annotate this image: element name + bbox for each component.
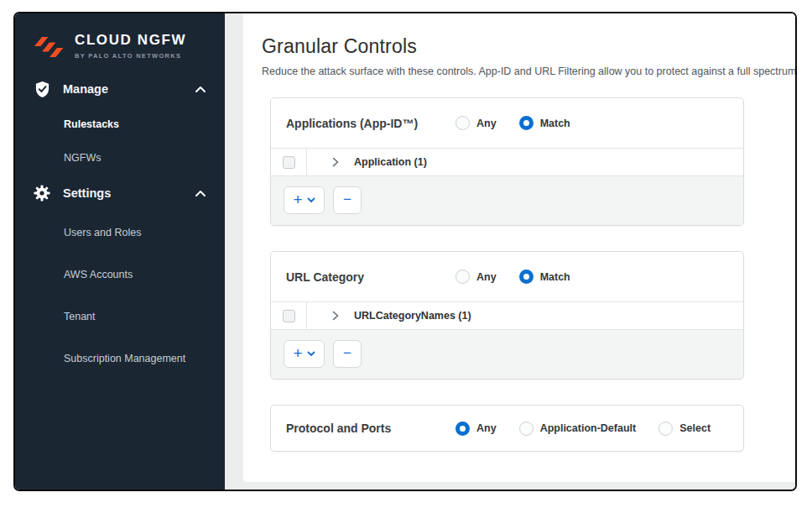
sidebar-item-aws-accounts[interactable]: AWS Accounts xyxy=(15,254,225,296)
radio-label: Match xyxy=(540,271,570,283)
radio-option-any[interactable]: Any xyxy=(455,422,497,436)
radio-label: Any xyxy=(476,118,497,129)
url-category-toolbar: + − xyxy=(271,329,743,379)
brand: CLOUD NGFW BY PALO ALTO NETWORKS xyxy=(15,13,225,60)
plus-icon: + xyxy=(293,191,302,207)
chevron-down-icon xyxy=(307,197,315,203)
radio-icon[interactable] xyxy=(658,422,673,436)
minus-icon: − xyxy=(343,346,351,360)
radio-selected-icon[interactable] xyxy=(519,270,534,284)
protocol-and-ports-panel: Protocol and Ports Any Application-Defau… xyxy=(270,405,744,452)
radio-option-match[interactable]: Match xyxy=(519,270,570,284)
gear-icon xyxy=(34,184,50,202)
url-category-options: Any Match xyxy=(455,270,570,284)
chevron-right-icon[interactable] xyxy=(332,157,339,167)
checkbox-cell xyxy=(271,149,307,175)
page-title: Granular Controls xyxy=(262,35,795,58)
protocol-options: Any Application-Default Select xyxy=(455,422,710,436)
row-checkbox[interactable] xyxy=(283,310,295,322)
radio-option-any[interactable]: Any xyxy=(455,270,497,284)
palo-alto-networks-logo-icon xyxy=(34,34,65,60)
sidebar-item-ngfws[interactable]: NGFWs xyxy=(15,141,225,175)
url-category-panel: URL Category Any Match xyxy=(270,251,744,380)
radio-icon[interactable] xyxy=(455,270,470,284)
sidebar-section-label: Manage xyxy=(63,82,108,96)
panel-title: URL Category xyxy=(286,270,450,284)
row-label: URLCategoryNames (1) xyxy=(354,310,471,322)
chevron-right-icon[interactable] xyxy=(332,311,339,321)
table-row: URLCategoryNames (1) xyxy=(271,301,743,329)
granular-controls-page: Granular Controls Reduce the attack surf… xyxy=(243,13,795,482)
add-button[interactable]: + xyxy=(284,340,325,368)
radio-selected-icon[interactable] xyxy=(455,422,470,436)
add-button[interactable]: + xyxy=(284,186,325,214)
chevron-down-icon xyxy=(307,351,315,357)
brand-title: CLOUD NGFW xyxy=(75,32,186,49)
radio-icon[interactable] xyxy=(519,422,534,436)
sidebar-item-tenant[interactable]: Tenant xyxy=(15,296,225,338)
applications-toolbar: + − xyxy=(271,175,743,225)
chevron-up-icon xyxy=(195,190,206,197)
radio-icon[interactable] xyxy=(455,116,470,130)
brand-subtitle: BY PALO ALTO NETWORKS xyxy=(75,52,186,60)
sidebar-section-settings[interactable]: Settings xyxy=(15,175,225,212)
checkbox-cell xyxy=(271,302,307,329)
radio-option-match[interactable]: Match xyxy=(519,116,570,130)
radio-label: Any xyxy=(476,422,497,434)
brand-text: CLOUD NGFW BY PALO ALTO NETWORKS xyxy=(75,32,186,60)
radio-label: Application-Default xyxy=(540,422,637,434)
remove-button[interactable]: − xyxy=(333,340,362,368)
row-main: Application (1) xyxy=(307,149,427,175)
remove-button[interactable]: − xyxy=(333,186,362,214)
row-checkbox[interactable] xyxy=(283,156,295,169)
url-category-panel-header: URL Category Any Match xyxy=(271,252,743,301)
chevron-up-icon xyxy=(195,86,206,93)
radio-option-any[interactable]: Any xyxy=(455,116,497,130)
table-row: Application (1) xyxy=(271,148,743,175)
radio-option-select[interactable]: Select xyxy=(658,422,710,436)
sidebar: CLOUD NGFW BY PALO ALTO NETWORKS Manage xyxy=(15,13,225,490)
shield-check-icon xyxy=(34,80,50,98)
panel-title: Protocol and Ports xyxy=(286,422,450,435)
applications-panel-header: Applications (App-ID™) Any Match xyxy=(271,98,743,148)
row-label: Application (1) xyxy=(354,156,427,168)
sidebar-item-rulestacks[interactable]: Rulestacks xyxy=(15,107,225,141)
sidebar-nav: Manage Rulestacks NGFWs xyxy=(15,71,225,380)
sidebar-section-label: Settings xyxy=(63,186,111,200)
radio-selected-icon[interactable] xyxy=(519,116,534,130)
radio-label: Select xyxy=(679,422,710,434)
radio-option-application-default[interactable]: Application-Default xyxy=(519,422,637,436)
radio-label: Match xyxy=(540,118,570,129)
sidebar-item-users-and-roles[interactable]: Users and Roles xyxy=(15,212,225,254)
main-area: Granular Controls Reduce the attack surf… xyxy=(225,13,795,490)
applications-options: Any Match xyxy=(455,116,570,130)
plus-icon: + xyxy=(293,345,302,361)
protocol-and-ports-header: Protocol and Ports Any Application-Defau… xyxy=(271,406,743,451)
row-main: URLCategoryNames (1) xyxy=(307,302,471,329)
sidebar-item-subscription-management[interactable]: Subscription Management xyxy=(15,338,225,380)
panel-title: Applications (App-ID™) xyxy=(286,117,450,130)
panels: Applications (App-ID™) Any Match xyxy=(270,97,744,452)
page-subtitle: Reduce the attack surface with these con… xyxy=(262,65,795,77)
radio-label: Any xyxy=(476,271,497,283)
applications-panel: Applications (App-ID™) Any Match xyxy=(270,97,744,226)
sidebar-section-manage[interactable]: Manage xyxy=(15,71,225,107)
minus-icon: − xyxy=(343,192,351,207)
app-window: CLOUD NGFW BY PALO ALTO NETWORKS Manage xyxy=(13,12,797,491)
